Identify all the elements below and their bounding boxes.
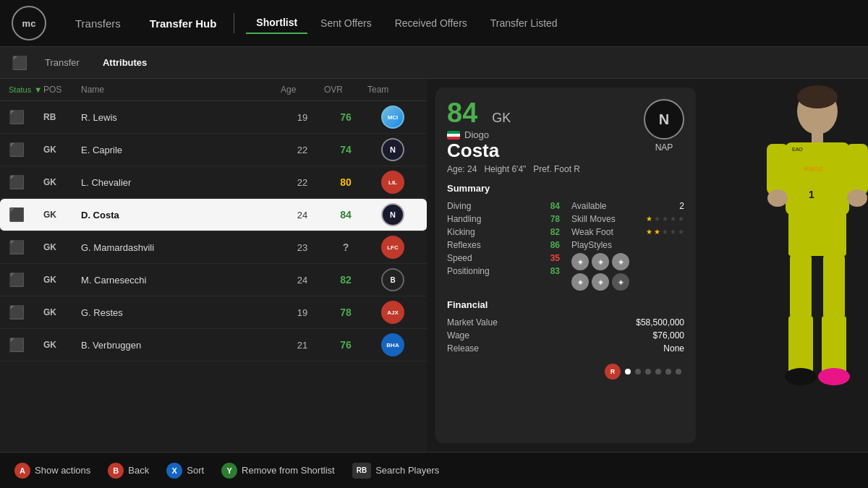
top-nav: mc Transfers Transfer Hub Shortlist Sent… (0, 0, 868, 47)
svg-text:☀MSC: ☀MSC (803, 166, 824, 173)
nav-transfer-listed[interactable]: Transfer Listed (480, 13, 568, 33)
star-5: ★ (678, 215, 684, 223)
btn-x-key: X (166, 463, 182, 479)
flag-portugal (447, 131, 460, 140)
stat-label: PlayStyles (571, 240, 612, 250)
table-row[interactable]: ⬛ GK M. Carnesecchi 24 82 B (0, 264, 427, 296)
team-logo: LFC (367, 236, 418, 259)
star-3: ★ (662, 215, 668, 223)
stat-value: 84 (538, 201, 560, 211)
table-row[interactable]: ⬛ GK B. Verbruggen 21 76 BHA (0, 329, 427, 361)
pos-badge: GK (43, 177, 81, 187)
star-3: ★ (662, 228, 668, 236)
dot-5[interactable] (665, 369, 671, 374)
table-row[interactable]: ⬛ RB R. Lewis 19 76 MCI (0, 101, 427, 134)
stat-label: Speed (447, 253, 505, 263)
stat-value: 82 (538, 227, 560, 237)
star-4: ★ (670, 215, 676, 223)
ovr-val: 74 (324, 144, 367, 155)
stat-label: Available (571, 201, 606, 211)
svg-rect-6 (846, 144, 868, 194)
stat-value: 83 (538, 266, 560, 276)
dot-6[interactable] (676, 369, 681, 374)
sub-header-icon: ⬛ (12, 55, 27, 71)
player-name-selected: D. Costa (81, 210, 281, 221)
star-5: ★ (678, 228, 684, 236)
btn-a-key: A (14, 463, 30, 479)
age-val: 21 (281, 340, 324, 351)
scout-icon: ⬛ (9, 174, 43, 190)
nav-btn-r[interactable]: R (605, 364, 621, 380)
stat-value: 78 (538, 214, 560, 224)
stat-value: 86 (538, 240, 560, 250)
dot-4[interactable] (655, 369, 661, 374)
nav-divider (234, 13, 234, 33)
star-4: ★ (670, 228, 676, 236)
pos-badge: GK (43, 242, 81, 252)
dot-3[interactable] (645, 369, 651, 374)
detail-right-block: N NAP (644, 99, 684, 153)
team-logo: B (367, 268, 418, 291)
table-row[interactable]: ⬛ GK G. Restes 19 78 AJX (0, 296, 427, 329)
financial-row-market: Market Value $58,500,000 (447, 316, 684, 329)
detail-rating-pos: 84 GK (447, 99, 511, 127)
dot-2[interactable] (635, 369, 641, 374)
table-row[interactable]: ⬛ GK L. Chevalier 22 80 LIL (0, 166, 427, 199)
stat-row-reflexes: Reflexes 86 (447, 239, 560, 252)
ovr-val: 80 (324, 176, 367, 188)
fin-label: Release (447, 343, 479, 354)
table-row-selected[interactable]: ⬛ GK D. Costa 24 84 N (0, 199, 427, 231)
tab-transfer[interactable]: Transfer (39, 54, 85, 71)
star-2: ★ (654, 228, 660, 236)
detail-meta: Age: 24 Height 6'4" Pref. Foot R (447, 164, 580, 174)
stat-label: Weak Foot (571, 227, 613, 237)
table-row[interactable]: ⬛ GK G. Mamardashvili 23 ? LFC (0, 231, 427, 264)
btn-y-key: Y (221, 463, 237, 479)
search-players-btn[interactable]: RB Search Players (352, 463, 440, 479)
bottom-bar: A Show actions B Back X Sort Y Remove fr… (0, 452, 868, 488)
nav-shortlist[interactable]: Shortlist (246, 12, 307, 34)
remove-shortlist-btn[interactable]: Y Remove from Shortlist (221, 463, 335, 479)
show-actions-label: Show actions (35, 465, 90, 476)
svg-rect-12 (788, 316, 813, 374)
dot-1[interactable] (625, 369, 631, 374)
star-1: ★ (646, 215, 652, 223)
remove-shortlist-label: Remove from Shortlist (242, 465, 335, 476)
stat-row-skillmoves: Skill Moves ★ ★ ★ ★ ★ (571, 213, 684, 226)
team-logo: AJX (367, 301, 418, 324)
btn-rb-key: RB (352, 463, 371, 479)
age-val: 19 (281, 307, 324, 318)
nav-transfers[interactable]: Transfers (64, 13, 132, 34)
playstyle-icons-2: ◈ ◈ ◈ (571, 273, 684, 291)
svg-rect-10 (790, 254, 812, 319)
financial-row-release: Release None (447, 342, 684, 355)
table-row[interactable]: ⬛ GK E. Caprile 22 74 N (0, 134, 427, 166)
back-btn[interactable]: B Back (108, 463, 149, 479)
stat-row-available: Available 2 (571, 200, 684, 213)
player-list-panel: Status ▼ POS Name Age OVR Team ⬛ RB R. L… (0, 79, 427, 452)
sort-btn[interactable]: X Sort (166, 463, 204, 479)
col-team: Team (367, 85, 418, 95)
show-actions-btn[interactable]: A Show actions (14, 463, 90, 479)
svg-point-15 (818, 368, 850, 385)
nav-transfer-hub[interactable]: Transfer Hub (138, 13, 229, 34)
nav-received-offers[interactable]: Received Offers (385, 13, 477, 33)
team-logo: N (367, 203, 418, 226)
sort-label: Sort (187, 465, 204, 476)
team-logo: N (367, 138, 418, 161)
detail-position: GK (492, 111, 511, 126)
stat-value: 35 (538, 253, 560, 263)
financial-section: Financial Market Value $58,500,000 Wage … (447, 299, 684, 355)
star-2: ★ (654, 215, 660, 223)
tab-attributes[interactable]: Attributes (97, 54, 153, 71)
pos-badge: GK (43, 307, 81, 317)
fin-label: Wage (447, 330, 469, 341)
team-badge: LFC (381, 236, 404, 259)
pos-badge: GK (43, 210, 81, 220)
table-header: Status ▼ POS Name Age OVR Team (0, 79, 427, 101)
fin-label: Market Value (447, 317, 498, 328)
nav-sent-offers[interactable]: Sent Offers (310, 13, 382, 33)
svg-rect-13 (822, 316, 846, 374)
stat-row-positioning: Positioning 83 (447, 265, 560, 278)
age-val: 19 (281, 112, 324, 123)
